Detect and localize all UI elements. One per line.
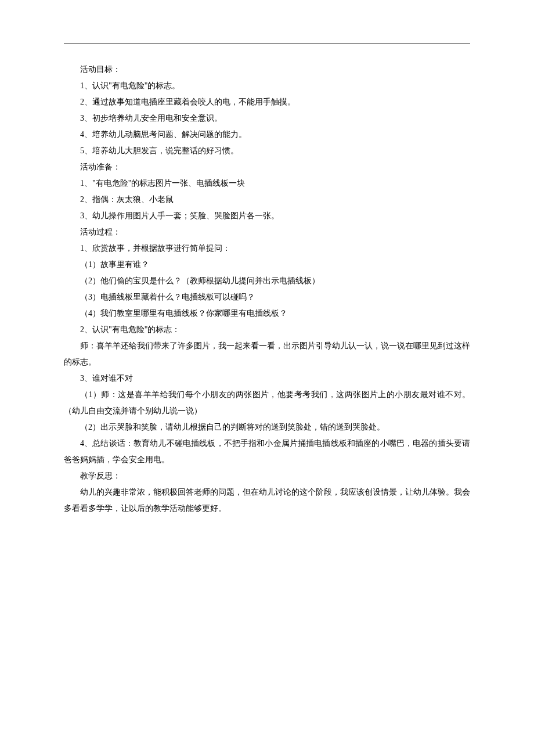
document-content: 活动目标： 1、认识"有电危险"的标志。 2、通过故事知道电插座里藏着会咬人的电… (64, 62, 470, 517)
process-header: 活动过程： (64, 224, 470, 240)
process-sub-item: （1）师：这是喜羊羊给我们每个小朋友的两张图片，他要考考我们，这两张图片上的小朋… (64, 387, 470, 419)
goal-item: 2、通过故事知道电插座里藏着会咬人的电，不能用手触摸。 (64, 94, 470, 110)
reflection-text: 幼儿的兴趣非常浓，能积极回答老师的问题，但在幼儿讨论的这个阶段，我应该创设情景，… (64, 484, 470, 517)
goal-item: 4、培养幼儿动脑思考问题、解决问题的能力。 (64, 127, 470, 143)
process-item-4: 4、总结谈话：教育幼儿不碰电插线板，不把手指和小金属片捅插电插线板和插座的小嘴巴… (64, 435, 470, 468)
process-item-1: 1、欣赏故事，并根据故事进行简单提问： (64, 240, 470, 257)
process-sub-item: （2）他们偷的宝贝是什么？（教师根据幼儿提问并出示电插线板） (64, 273, 470, 289)
prep-header: 活动准备： (64, 159, 470, 175)
process-sub-item: （3）电插线板里藏着什么？电插线板可以碰吗？ (64, 289, 470, 305)
goals-header: 活动目标： (64, 62, 470, 78)
process-sub-item: （2）出示哭脸和笑脸，请幼儿根据自己的判断将对的送到笑脸处，错的送到哭脸处。 (64, 419, 470, 435)
process-sub-item: （4）我们教室里哪里有电插线板？你家哪里有电插线板？ (64, 305, 470, 322)
reflection-header: 教学反思： (64, 468, 470, 484)
process-item-3: 3、谁对谁不对 (64, 370, 470, 387)
horizontal-divider (64, 44, 470, 44)
goal-item: 1、认识"有电危险"的标志。 (64, 78, 470, 94)
process-item-2: 2、认识"有电危险"的标志： (64, 322, 470, 338)
page-container: 活动目标： 1、认识"有电危险"的标志。 2、通过故事知道电插座里藏着会咬人的电… (0, 0, 534, 517)
prep-item: 1、"有电危险"的标志图片一张、电插线板一块 (64, 175, 470, 192)
prep-item: 3、幼儿操作用图片人手一套；笑脸、哭脸图片各一张。 (64, 208, 470, 224)
goal-item: 3、初步培养幼儿安全用电和安全意识。 (64, 110, 470, 127)
goal-item: 5、培养幼儿大胆发言，说完整话的好习惯。 (64, 143, 470, 159)
prep-item: 2、指偶：灰太狼、小老鼠 (64, 192, 470, 208)
process-2-text: 师：喜羊羊还给我们带来了许多图片，我一起来看一看，出示图片引导幼儿认一认，说一说… (64, 338, 470, 370)
process-sub-item: （1）故事里有谁？ (64, 257, 470, 273)
